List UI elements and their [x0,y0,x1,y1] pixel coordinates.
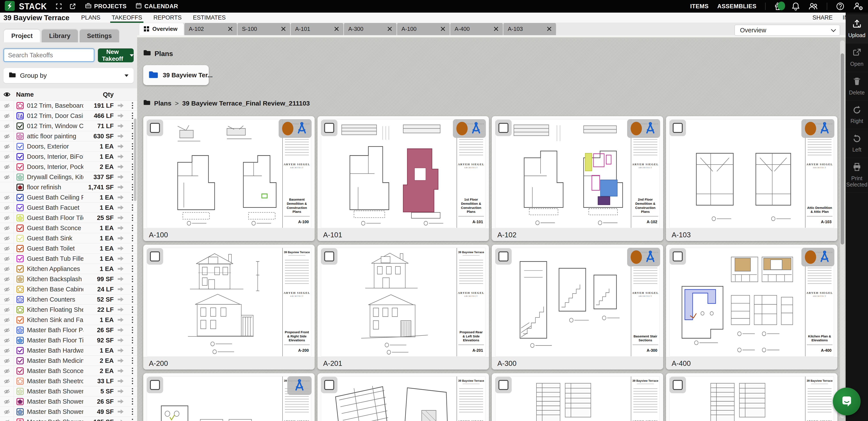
select-plan-checkbox[interactable] [321,120,337,136]
takeoff-row[interactable]: Master Bath Medicine ... 2 EA [0,356,137,366]
goto-takeoff-arrow-icon[interactable] [114,205,128,211]
close-tab-icon[interactable] [388,27,392,31]
project-tab-takeoffs[interactable]: TAKEOFFS [112,12,142,23]
close-tab-icon[interactable] [547,27,552,31]
row-menu-kebab-icon[interactable] [128,306,137,313]
select-plan-checkbox[interactable] [147,248,163,265]
row-menu-kebab-icon[interactable] [128,275,137,282]
plan-tab-a-102[interactable]: A-102 [184,23,237,35]
goto-takeoff-arrow-icon[interactable] [114,225,128,231]
row-menu-kebab-icon[interactable] [128,286,137,293]
plan-tab-a-400[interactable]: A-400 [450,23,503,35]
help-icon[interactable] [836,2,844,11]
close-tab-icon[interactable] [228,27,232,31]
visibility-eye-off-icon[interactable] [0,243,14,253]
visibility-eye-off-icon[interactable] [0,345,14,355]
close-tab-icon[interactable] [440,27,445,31]
select-plan-checkbox[interactable] [670,377,686,393]
row-menu-kebab-icon[interactable] [128,418,137,421]
takeoff-row[interactable]: Master Bath Shower Be... 5 SF [0,386,137,396]
visibility-eye-off-icon[interactable] [0,152,14,161]
plan-tab-overview[interactable]: Overview [139,23,184,35]
takeoff-row[interactable]: 012 Trim, Window Casing 71 LF [0,121,137,131]
sidebar-tab-library[interactable]: Library [42,30,78,42]
row-menu-kebab-icon[interactable] [128,112,137,119]
row-menu-kebab-icon[interactable] [128,317,137,323]
row-menu-kebab-icon[interactable] [128,224,137,232]
visibility-eye-off-icon[interactable] [0,141,14,151]
takeoff-row[interactable]: Master Bath Floor Tile 92 SF [0,335,137,345]
takeoff-row[interactable]: Guest Bath Sconce 1 EA [0,223,137,233]
share-button[interactable]: SHARE [812,14,833,21]
goto-takeoff-arrow-icon[interactable] [114,123,128,129]
sidebar-scrollbar[interactable] [134,119,136,201]
visibility-eye-off-icon[interactable] [0,264,14,274]
takeoff-row[interactable]: Master Bath Shower Fl... 26 SF [0,396,137,407]
goto-takeoff-arrow-icon[interactable] [114,378,128,384]
plan-card-electrical[interactable]: 39 Bayview Terrace ARYEH SIEGEL ARCHITEC… [666,373,837,421]
workspace-scrollbar-thumb[interactable] [841,53,844,244]
nav-calendar[interactable]: CALENDAR [135,2,178,10]
toolbar-rotate-left-button[interactable]: Left [846,129,868,158]
goto-takeoff-arrow-icon[interactable] [114,317,128,323]
user-settings-icon[interactable] [853,2,863,11]
visibility-eye-off-icon[interactable] [0,233,14,243]
takeoff-row[interactable]: Master Bath Floor Pan 26 SF [0,325,137,335]
goto-takeoff-arrow-icon[interactable] [114,215,128,221]
plan-card-electrical[interactable]: 39 Bayview Terrace ARYEH SIEGEL ARCHITEC… [492,373,663,421]
row-menu-kebab-icon[interactable] [128,398,137,405]
visibility-eye-off-icon[interactable] [0,407,14,417]
select-plan-checkbox[interactable] [495,248,512,265]
visibility-eye-off-icon[interactable] [0,162,14,172]
goto-takeoff-arrow-icon[interactable] [114,133,128,139]
goto-takeoff-arrow-icon[interactable] [114,113,128,119]
visibility-eye-off-icon[interactable] [0,131,14,141]
goto-takeoff-arrow-icon[interactable] [114,164,128,170]
nav-assemblies[interactable]: ASSEMBLIES [717,3,756,10]
select-plan-checkbox[interactable] [147,120,163,136]
sidebar-tab-settings[interactable]: Settings [80,30,119,42]
close-tab-icon[interactable] [281,27,286,31]
visibility-eye-off-icon[interactable] [0,315,14,325]
takeoff-row[interactable]: Master Bath Shower Gl... 49 SF [0,407,137,417]
plan-card-A-400[interactable]: 39 Bayview Terrace ARYEH SIEGEL ARCHITEC… [666,245,837,369]
plan-card-A-201[interactable]: 39 Bayview Terrace ARYEH SIEGEL ARCHITEC… [317,245,489,369]
toolbar-printer-button[interactable]: Print Selected [846,158,868,193]
goto-takeoff-arrow-icon[interactable] [114,184,128,190]
visibility-eye-off-icon[interactable] [0,325,14,335]
goto-takeoff-arrow-icon[interactable] [114,266,128,272]
nav-projects[interactable]: PROJECTS [85,3,127,10]
row-menu-kebab-icon[interactable] [128,367,137,374]
row-menu-kebab-icon[interactable] [128,408,137,415]
close-tab-icon[interactable] [494,27,498,31]
visibility-eye-off-icon[interactable] [0,335,14,345]
takeoff-row[interactable]: Guest Bath Facuet 1 EA [0,203,137,213]
row-menu-kebab-icon[interactable] [128,327,137,333]
visibility-eye-off-icon[interactable] [0,203,14,213]
row-menu-kebab-icon[interactable] [128,102,137,109]
visibility-eye-off-icon[interactable] [0,284,14,294]
visibility-eye-off-icon[interactable] [0,417,14,421]
takeoff-row[interactable]: Kitchen Base Cabinets 24 LF [0,284,137,294]
toolbar-trash-button[interactable]: Delete [846,72,868,101]
visibility-eye-off-icon[interactable] [0,366,14,376]
goto-takeoff-arrow-icon[interactable] [114,276,128,282]
plan-tab-a-103[interactable]: A-103 [503,23,556,35]
visibility-eye-off-icon[interactable] [0,121,14,131]
takeoff-row[interactable]: Guest Bath Floor Tile 25 SF [0,213,137,223]
goto-takeoff-arrow-icon[interactable] [114,286,128,292]
goto-takeoff-arrow-icon[interactable] [114,143,128,149]
row-menu-kebab-icon[interactable] [128,378,137,385]
takeoff-row[interactable]: Kitchen Floating Shelves 22 LF [0,305,137,315]
plan-card-bath[interactable]: 39 Bayview Terrace ARYEH SIEGEL ARCHITEC… [143,373,315,421]
goto-takeoff-arrow-icon[interactable] [114,245,128,251]
goto-takeoff-arrow-icon[interactable] [114,358,128,364]
row-menu-kebab-icon[interactable] [128,296,137,303]
row-menu-kebab-icon[interactable] [128,214,137,221]
plan-tab-a-100[interactable]: A-100 [397,23,450,35]
plan-tab-a-101[interactable]: A-101 [291,23,343,35]
search-input[interactable] [3,49,94,62]
project-tab-plans[interactable]: PLANS [81,12,100,23]
row-menu-kebab-icon[interactable] [128,235,137,242]
takeoff-row[interactable]: Doors, Exterior 1 EA [0,141,137,152]
